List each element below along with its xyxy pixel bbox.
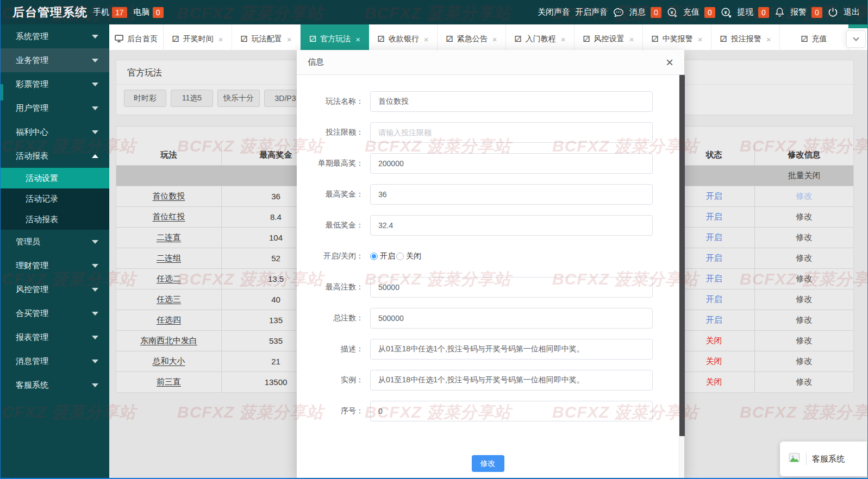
status-link[interactable]: 开启 bbox=[706, 212, 722, 222]
tab-risk-settings[interactable]: ⚂ 风控设置 × bbox=[574, 24, 643, 50]
lottery-button-ssc[interactable]: 时时彩 bbox=[124, 90, 166, 107]
status-link[interactable]: 关闭 bbox=[706, 356, 722, 367]
max-prize-input[interactable] bbox=[370, 184, 653, 205]
alarm-link[interactable]: 报警 bbox=[790, 7, 807, 17]
tab-bet-alarm[interactable]: ⚂ 投注报警 × bbox=[711, 24, 780, 50]
tab-close-icon[interactable]: × bbox=[424, 35, 429, 44]
tab-close-icon[interactable]: × bbox=[561, 35, 566, 44]
play-name-link[interactable]: 任选二 bbox=[157, 274, 181, 284]
tab-close-icon[interactable]: × bbox=[492, 35, 497, 44]
play-name-link[interactable]: 前三直 bbox=[157, 377, 181, 387]
play-name-link[interactable]: 东南西北中发白 bbox=[140, 336, 197, 346]
modify-link[interactable]: 修改 bbox=[796, 212, 813, 222]
modify-link[interactable]: 修改 bbox=[796, 336, 813, 346]
bet-limit-input[interactable] bbox=[370, 122, 653, 143]
form-row: 序号： bbox=[297, 401, 679, 421]
modal-close-button[interactable]: × bbox=[666, 56, 673, 69]
sidebar-item-business-mgmt[interactable]: 业务管理 bbox=[1, 48, 109, 72]
order-input[interactable] bbox=[370, 401, 653, 421]
radio-off[interactable] bbox=[396, 253, 404, 260]
play-name-link[interactable]: 任选三 bbox=[157, 294, 181, 305]
play-name-link[interactable]: 首位数投 bbox=[153, 191, 185, 201]
tab-recharge[interactable]: ⚂ 充值 bbox=[780, 24, 848, 50]
modify-link[interactable]: 修改 bbox=[796, 356, 813, 367]
modify-link[interactable]: 修改 bbox=[796, 191, 813, 201]
tab-home[interactable]: 后台首页 bbox=[109, 24, 164, 50]
sound-off-button[interactable]: 关闭声音 bbox=[538, 7, 570, 17]
tab-list-dropdown[interactable] bbox=[846, 30, 866, 48]
example-input[interactable] bbox=[370, 370, 653, 390]
submenu-item-activity-records[interactable]: 活动记录 bbox=[1, 188, 109, 209]
sound-on-button[interactable]: 开启声音 bbox=[575, 7, 608, 17]
tab-win-alarm[interactable]: ⚂ 中奖报警 × bbox=[643, 24, 711, 50]
tab-close-icon[interactable]: × bbox=[698, 35, 703, 44]
tab-official-play[interactable]: ⚂ 官方玩法 × bbox=[301, 24, 369, 50]
description-input[interactable] bbox=[370, 339, 653, 360]
batch-close-button[interactable]: 批量关闭 bbox=[788, 171, 821, 181]
tab-play-config[interactable]: ⚂ 玩法配置 × bbox=[232, 24, 301, 50]
max-prize-period-input[interactable] bbox=[370, 153, 653, 174]
message-link[interactable]: 消息 bbox=[629, 7, 646, 17]
total-bets-input[interactable] bbox=[370, 308, 653, 329]
status-link[interactable]: 开启 bbox=[706, 315, 722, 325]
modify-link[interactable]: 修改 bbox=[796, 294, 813, 305]
lottery-button-11x5[interactable]: 11选5 bbox=[171, 90, 213, 107]
tab-close-icon[interactable]: × bbox=[766, 35, 771, 44]
sidebar-item-groupbuy-mgmt[interactable]: 合买管理 bbox=[1, 301, 109, 325]
play-name-link[interactable]: 二连组 bbox=[157, 253, 181, 263]
sidebar-item-message-mgmt[interactable]: 消息管理 bbox=[1, 349, 109, 373]
tab-close-icon[interactable]: × bbox=[287, 35, 292, 44]
status-link[interactable]: 开启 bbox=[706, 191, 722, 201]
tab-bank[interactable]: ⚂ 收款银行 × bbox=[369, 24, 438, 50]
sidebar-item-user-mgmt[interactable]: 用户管理 bbox=[1, 96, 109, 120]
modify-link[interactable]: 修改 bbox=[796, 377, 813, 387]
sidebar-item-admin[interactable]: 管理员 bbox=[1, 230, 109, 254]
modal-title: 信息 bbox=[308, 57, 324, 67]
modify-link[interactable]: 修改 bbox=[796, 315, 813, 325]
sidebar-item-report-mgmt[interactable]: 报表管理 bbox=[1, 325, 109, 349]
recharge-link[interactable]: 充值 bbox=[683, 7, 700, 17]
status-link[interactable]: 关闭 bbox=[706, 377, 722, 387]
sidebar-item-risk-mgmt[interactable]: 风控管理 bbox=[1, 278, 109, 301]
sidebar-item-activity-report[interactable]: 活动报表 bbox=[1, 144, 109, 168]
tab-notice[interactable]: ⚂ 紧急公告 × bbox=[438, 24, 506, 50]
sidebar-item-finance-mgmt[interactable]: 理财管理 bbox=[1, 254, 109, 278]
play-name-link[interactable]: 二连直 bbox=[157, 232, 181, 243]
field-label: 最高奖金： bbox=[297, 190, 370, 199]
status-link[interactable]: 开启 bbox=[706, 294, 722, 305]
field-label: 最低奖金： bbox=[297, 220, 370, 230]
max-bets-input[interactable] bbox=[370, 277, 653, 298]
tab-draw-time[interactable]: ⚂ 开奖时间 × bbox=[164, 24, 232, 50]
sidebar-item-system-mgmt[interactable]: 系统管理 bbox=[1, 24, 109, 48]
modify-link[interactable]: 修改 bbox=[796, 232, 813, 243]
customer-service-widget[interactable]: 客服系统 bbox=[780, 442, 867, 476]
modify-link[interactable]: 修改 bbox=[796, 253, 813, 263]
sidebar-item-lottery-mgmt[interactable]: 彩票管理 bbox=[1, 72, 109, 96]
sidebar-edge-handle[interactable] bbox=[1, 84, 3, 100]
play-name-link[interactable]: 首位红投 bbox=[153, 212, 185, 222]
lottery-button-klsf[interactable]: 快乐十分 bbox=[217, 90, 260, 107]
play-name-link[interactable]: 任选四 bbox=[157, 315, 181, 325]
play-name-link[interactable]: 总和大小 bbox=[153, 356, 185, 367]
submenu-item-activity-reports[interactable]: 活动报表 bbox=[1, 209, 109, 230]
modify-link[interactable]: 修改 bbox=[796, 274, 813, 284]
status-link[interactable]: 开启 bbox=[706, 274, 722, 284]
status-link[interactable]: 开启 bbox=[706, 253, 722, 263]
tab-close-icon[interactable]: × bbox=[355, 35, 360, 44]
withdraw-link[interactable]: 提现 bbox=[737, 7, 753, 17]
radio-on[interactable] bbox=[370, 253, 378, 260]
logout-button[interactable]: 退出 bbox=[844, 7, 860, 17]
form-row: 开启/关闭： 开启 关闭 bbox=[297, 246, 679, 267]
tab-tutorial[interactable]: ⚂ 入门教程 × bbox=[506, 24, 574, 50]
tab-close-icon[interactable]: × bbox=[218, 35, 223, 44]
submenu-item-activity-settings[interactable]: 活动设置 bbox=[1, 168, 109, 188]
play-name-input[interactable] bbox=[370, 91, 653, 112]
min-prize-input[interactable] bbox=[370, 215, 653, 236]
status-link[interactable]: 关闭 bbox=[706, 336, 722, 346]
sidebar-item-customer-service[interactable]: 客服系统 bbox=[1, 373, 109, 397]
modal-submit-button[interactable]: 修改 bbox=[472, 455, 504, 472]
tab-close-icon[interactable]: × bbox=[629, 35, 634, 44]
modal-scrollbar-thumb[interactable] bbox=[679, 75, 685, 436]
sidebar-item-welfare-center[interactable]: 福利中心 bbox=[1, 120, 109, 144]
status-link[interactable]: 开启 bbox=[706, 232, 722, 243]
